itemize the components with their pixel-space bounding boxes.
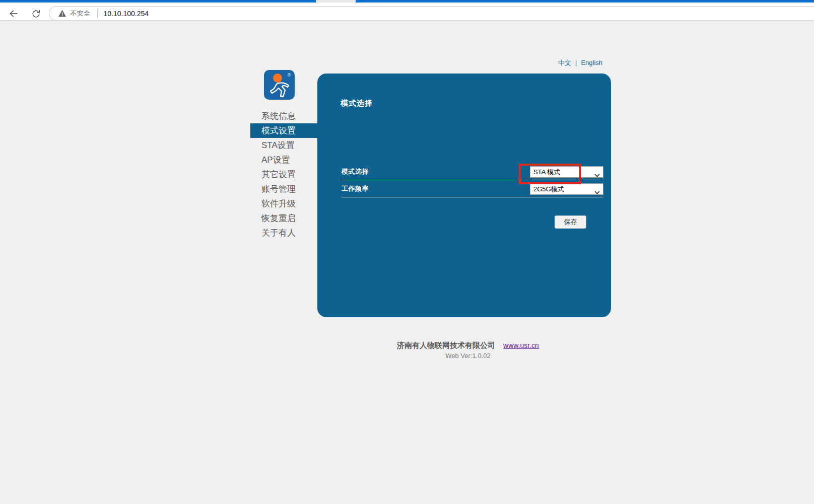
frequency-select-value: 2G5G模式 — [530, 185, 594, 194]
back-arrow-icon — [9, 9, 19, 19]
save-button[interactable]: 保存 — [555, 215, 586, 229]
company-website-link[interactable]: www.usr.cn — [503, 341, 539, 349]
lang-separator: | — [575, 59, 577, 66]
back-button[interactable] — [7, 7, 20, 20]
lang-chinese-link[interactable]: 中文 — [558, 59, 571, 66]
mode-select-row: 模式选择 STA 模式 — [342, 165, 603, 180]
sidebar-item-other-settings[interactable]: 其它设置 — [250, 167, 317, 182]
frequency-select-row: 工作频率 2G5G模式 — [342, 182, 603, 197]
chevron-down-icon — [594, 187, 600, 191]
sidebar-item-mode-settings[interactable]: 模式设置 — [250, 123, 317, 138]
mode-select-dropdown[interactable]: STA 模式 — [530, 166, 603, 178]
mode-select-label: 模式选择 — [342, 167, 369, 176]
address-bar[interactable]: 不安全 10.10.100.254 — [49, 6, 814, 21]
mode-settings-panel: 模式选择 模式选择 STA 模式 工作频率 2G5G模式 — [317, 74, 611, 317]
company-name: 济南有人物联网技术有限公司 — [397, 341, 495, 349]
page-background: 中文|English ® 系统信息 模式设置 STA设置 AP设置 其它设置 账… — [0, 21, 814, 504]
frequency-select-label: 工作频率 — [342, 184, 369, 193]
chevron-down-icon — [594, 170, 600, 174]
sidebar-item-sta-settings[interactable]: STA设置 — [250, 138, 317, 153]
web-version-label: Web Ver:1.0.02 — [317, 352, 619, 359]
security-warning-label[interactable]: 不安全 — [70, 9, 91, 18]
page-footer: 济南有人物联网技术有限公司www.usr.cn Web Ver:1.0.02 — [317, 341, 619, 359]
url-text[interactable]: 10.10.100.254 — [104, 10, 149, 18]
sidebar-menu: 系统信息 模式设置 STA设置 AP设置 其它设置 账号管理 软件升级 恢复重启… — [250, 109, 317, 240]
warning-triangle-icon — [58, 10, 66, 17]
panel-title: 模式选择 — [341, 99, 373, 108]
usr-logo: ® — [264, 70, 295, 100]
refresh-button[interactable] — [29, 7, 42, 20]
language-switcher: 中文|English — [558, 58, 602, 67]
frequency-select-dropdown[interactable]: 2G5G模式 — [530, 183, 603, 195]
sidebar-item-firmware-upgrade[interactable]: 软件升级 — [250, 196, 317, 211]
sidebar-item-account-management[interactable]: 账号管理 — [250, 182, 317, 196]
sidebar-item-restore-restart[interactable]: 恢复重启 — [250, 211, 317, 226]
svg-text:®: ® — [288, 73, 291, 78]
lang-english-link[interactable]: English — [581, 59, 602, 66]
sidebar-item-about-usr[interactable]: 关于有人 — [250, 226, 317, 240]
browser-toolbar: 不安全 10.10.100.254 — [0, 3, 814, 20]
sidebar-item-ap-settings[interactable]: AP设置 — [250, 153, 317, 167]
mode-select-value: STA 模式 — [530, 168, 594, 177]
sidebar-item-system-info[interactable]: 系统信息 — [250, 109, 317, 123]
refresh-icon — [31, 9, 41, 19]
address-bar-divider — [97, 9, 98, 18]
